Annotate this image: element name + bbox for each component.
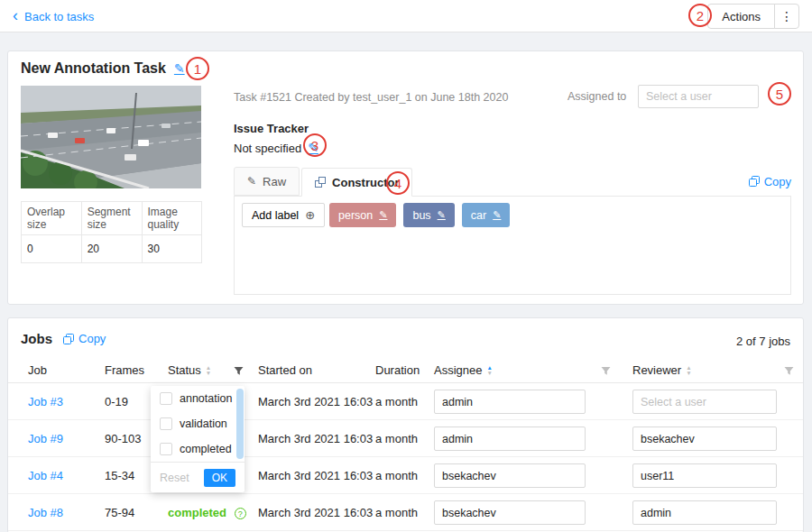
column-label-reviewer: Reviewer — [632, 363, 681, 377]
job-link[interactable]: Job #9 — [28, 432, 63, 445]
label-chip-person-name: person — [338, 209, 373, 222]
label-chip-bus[interactable]: bus ✎ — [403, 203, 454, 227]
job-duration: a month — [375, 432, 418, 445]
job-link[interactable]: Job #3 — [28, 395, 63, 408]
segment-size-header: Segment size — [81, 202, 142, 235]
filter-option-validation[interactable]: validation — [151, 411, 245, 436]
plus-circle-icon: ⊕ — [305, 208, 315, 222]
image-quality-value: 30 — [142, 235, 202, 263]
column-label-duration: Duration — [375, 363, 420, 377]
sort-icon-assignee[interactable]: ▲ ▼ — [486, 365, 492, 375]
jobs-table-header: Job Frames Status ▲ ▼ Started on Duratio… — [8, 358, 803, 383]
overlap-size-header: Overlap size — [22, 202, 82, 235]
job-duration: a month — [375, 469, 418, 482]
actions-button[interactable]: Actions — [707, 4, 775, 29]
job-reviewer-input[interactable] — [632, 500, 777, 525]
job-link[interactable]: Job #8 — [28, 506, 63, 519]
back-to-tasks-link[interactable]: ‹ Back to tasks — [13, 0, 94, 32]
dropdown-scrollbar[interactable] — [236, 389, 244, 459]
task-preview-image — [21, 86, 201, 188]
jobs-header: Jobs Copy — [21, 331, 106, 346]
filter-option-label: validation — [180, 417, 227, 430]
job-started: March 3rd 2021 16:03 — [258, 506, 373, 519]
label-chip-bus-name: bus — [412, 209, 430, 222]
filter-option-annotation[interactable]: annotation — [151, 386, 245, 411]
job-duration: a month — [375, 506, 418, 519]
checkbox-validation[interactable] — [160, 417, 172, 430]
column-label-frames: Frames — [105, 363, 144, 377]
column-header-reviewer[interactable]: Reviewer ▲ ▼ — [632, 363, 692, 377]
checkbox-annotation[interactable] — [160, 392, 172, 405]
edit-label-icon[interactable]: ✎ — [493, 209, 501, 221]
filter-option-completed[interactable]: completed — [151, 436, 245, 462]
job-status-completed: completed — [168, 506, 226, 519]
callout-5: 5 — [768, 82, 791, 105]
filter-icon-status[interactable] — [234, 365, 244, 379]
chevron-left-icon: ‹ — [13, 8, 18, 23]
job-reviewer-input[interactable] — [632, 427, 777, 451]
checkbox-completed[interactable] — [160, 443, 172, 455]
job-assignee-input[interactable] — [434, 463, 586, 488]
filter-option-label: annotation — [180, 392, 232, 405]
edit-label-icon[interactable]: ✎ — [379, 209, 387, 221]
column-header-status[interactable]: Status ▲ ▼ — [168, 363, 211, 377]
image-quality-header: Image quality — [142, 202, 202, 235]
job-frames: 90-103 — [105, 432, 141, 445]
edit-task-name-icon[interactable]: ✎ — [174, 61, 185, 76]
question-circle-icon[interactable]: ? — [235, 508, 246, 519]
copy-jobs-button[interactable]: Copy — [63, 332, 106, 345]
label-chip-car[interactable]: car ✎ — [462, 203, 511, 227]
raw-edit-icon: ✎ — [247, 175, 256, 188]
params-header-row: Overlap size Segment size Image quality — [22, 202, 202, 235]
job-reviewer-input[interactable] — [632, 463, 777, 488]
job-reviewer-input[interactable] — [632, 390, 777, 414]
kebab-menu-button[interactable]: ⋮ — [774, 4, 799, 29]
job-row: Job #3 0-19 March 3rd 2021 16:03 a month — [8, 383, 803, 420]
job-assignee-input[interactable] — [434, 427, 586, 451]
job-link[interactable]: Job #4 — [28, 469, 63, 482]
job-started: March 3rd 2021 16:03 — [258, 469, 373, 482]
overlap-size-value: 0 — [22, 235, 82, 263]
filter-icon-reviewer[interactable] — [784, 365, 794, 379]
column-header-frames: Frames — [105, 363, 144, 377]
job-assignee-input[interactable] — [434, 500, 586, 525]
sort-icon-status[interactable]: ▲ ▼ — [206, 365, 211, 375]
copy-labels-label: Copy — [764, 175, 791, 188]
label-chip-car-name: car — [471, 209, 486, 222]
callout-4: 4 — [386, 171, 410, 195]
job-row: Job #4 15-34 March 3rd 2021 16:03 a mont… — [8, 457, 803, 494]
column-label-status: Status — [168, 363, 201, 377]
tab-raw[interactable]: ✎ Raw — [234, 167, 300, 196]
job-started: March 3rd 2021 16:03 — [258, 432, 373, 445]
task-params-table: Overlap size Segment size Image quality … — [21, 201, 202, 263]
actions-button-group: Actions ⋮ — [707, 4, 799, 29]
issue-tracker-label: Issue Tracker — [234, 122, 309, 135]
job-assignee-input[interactable] — [434, 390, 586, 414]
column-header-assignee[interactable]: Assignee ▲ ▼ — [434, 363, 493, 377]
task-meta: Task #1521 Created by test_user_1 on Jun… — [234, 91, 508, 104]
task-title: New Annotation Task — [21, 60, 166, 77]
add-label-text: Add label — [252, 209, 299, 222]
jobs-title: Jobs — [21, 331, 52, 346]
column-label-started: Started on — [258, 363, 312, 377]
add-label-button[interactable]: Add label ⊕ — [242, 203, 325, 227]
edit-label-icon[interactable]: ✎ — [438, 209, 446, 221]
task-assignee-select[interactable] — [638, 85, 759, 108]
jobs-card: Jobs Copy 2 of 7 jobs Job Frames Status … — [7, 317, 804, 532]
column-label-assignee: Assignee — [434, 363, 482, 377]
ok-filter-button[interactable]: OK — [204, 469, 235, 487]
filter-footer: Reset OK — [151, 462, 245, 492]
filter-icon-assignee[interactable] — [601, 365, 611, 379]
back-to-tasks-label: Back to tasks — [24, 10, 94, 23]
job-duration: a month — [375, 395, 418, 408]
label-chip-person[interactable]: person ✎ — [329, 203, 396, 227]
copy-labels-button[interactable]: Copy — [749, 175, 791, 188]
assigned-to-label: Assigned to — [567, 90, 626, 103]
labels-tabbar: ✎ Raw Constructor Copy — [234, 167, 791, 197]
sort-icon-reviewer[interactable]: ▲ ▼ — [686, 365, 691, 375]
issue-tracker-value: Not specified — [234, 142, 301, 155]
reset-filter-button[interactable]: Reset — [160, 472, 189, 484]
jobs-count: 2 of 7 jobs — [736, 335, 790, 348]
job-row: Job #8 75-94 completed ? March 3rd 2021 … — [8, 494, 803, 531]
labels-editor-panel: Add label ⊕ person ✎ bus ✎ car ✎ — [234, 196, 791, 295]
